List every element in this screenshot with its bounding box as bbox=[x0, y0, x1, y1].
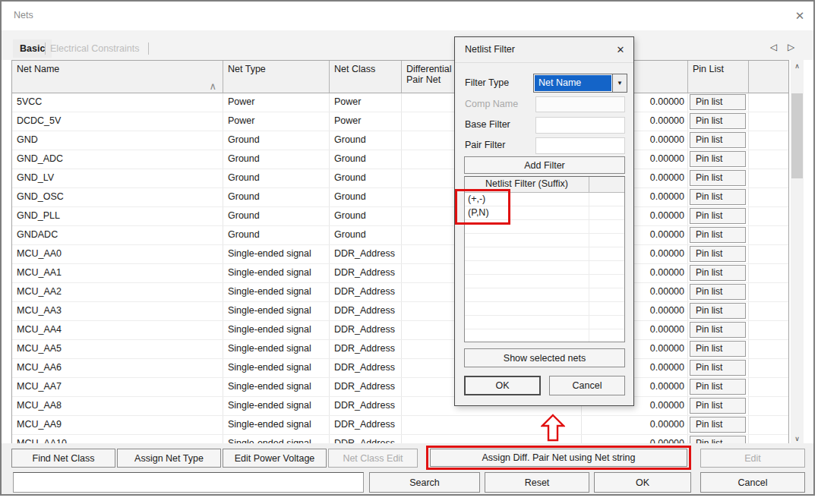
table-row[interactable]: GND_PLLGroundGround0.00000Pin list bbox=[12, 207, 788, 226]
pin-list-cell: Pin list bbox=[688, 321, 749, 339]
table-row[interactable]: MCU_AA4Single-ended signalDDR_Address0.0… bbox=[12, 321, 788, 340]
pin-list-button[interactable]: Pin list bbox=[690, 417, 746, 433]
dialog-title: Netlist Filter bbox=[465, 44, 515, 55]
tab-scroll-right-icon[interactable]: ▷ bbox=[788, 42, 794, 52]
filter-list-item-filler bbox=[589, 275, 624, 288]
pin-list-button[interactable]: Pin list bbox=[690, 360, 746, 376]
column-header-net-class[interactable]: Net Class bbox=[330, 61, 402, 93]
table-row[interactable]: MCU_AA1Single-ended signalDDR_Address0.0… bbox=[12, 264, 788, 283]
pin-list-button[interactable]: Pin list bbox=[690, 94, 746, 110]
pin-list-button[interactable]: Pin list bbox=[690, 322, 746, 338]
filter-list-item[interactable] bbox=[465, 329, 624, 342]
pin-list-button[interactable]: Pin list bbox=[690, 189, 746, 205]
table-row[interactable]: MCU_AA6Single-ended signalDDR_Address0.0… bbox=[12, 359, 788, 378]
column-header-pin-list[interactable]: Pin List bbox=[688, 61, 749, 93]
net-type-cell: Single-ended signal bbox=[223, 397, 330, 415]
filter-list-item[interactable] bbox=[465, 302, 624, 316]
filter-type-dropdown[interactable]: Net Name ▼ bbox=[533, 74, 627, 93]
nets-window: Nets ✕ Basic Electrical Constraints ◁ ▷ … bbox=[0, 0, 815, 496]
pin-list-button[interactable]: Pin list bbox=[690, 151, 746, 167]
pin-list-button[interactable]: Pin list bbox=[690, 284, 746, 300]
pin-list-button[interactable]: Pin list bbox=[690, 208, 746, 224]
dialog-ok-button[interactable]: OK bbox=[464, 376, 541, 395]
table-row[interactable]: GND_ADCGroundGround0.00000Pin list bbox=[12, 150, 788, 169]
filler-cell bbox=[749, 131, 788, 150]
chevron-down-icon[interactable]: ▼ bbox=[612, 74, 627, 92]
filter-list-item[interactable] bbox=[465, 261, 624, 275]
pin-list-button[interactable]: Pin list bbox=[690, 170, 746, 186]
net-name-cell: MCU_AA7 bbox=[12, 378, 223, 396]
close-icon[interactable]: ✕ bbox=[791, 7, 809, 25]
net-name-cell: MCU_AA2 bbox=[12, 283, 223, 301]
cancel-button[interactable]: Cancel bbox=[700, 472, 805, 493]
filter-list-item[interactable] bbox=[465, 316, 624, 329]
search-button[interactable]: Search bbox=[369, 472, 480, 493]
column-header-net-type[interactable]: Net Type bbox=[223, 61, 330, 93]
table-row[interactable]: GND_OSCGroundGround0.00000Pin list bbox=[12, 188, 788, 207]
tab-electrical-constraints[interactable]: Electrical Constraints bbox=[50, 43, 139, 54]
pair-filter-field[interactable] bbox=[535, 137, 625, 154]
pin-list-cell: Pin list bbox=[688, 169, 749, 187]
pin-list-button[interactable]: Pin list bbox=[690, 227, 746, 243]
assign-net-type-button[interactable]: Assign Net Type bbox=[117, 449, 221, 468]
sort-ascending-icon[interactable]: ∧ bbox=[209, 80, 216, 92]
vertical-scrollbar[interactable]: ∧ ∨ bbox=[791, 60, 804, 446]
net-class-cell: DDR_Address bbox=[330, 416, 402, 434]
tab-scroll-left-icon[interactable]: ◁ bbox=[770, 42, 777, 52]
pin-list-button[interactable]: Pin list bbox=[690, 113, 746, 129]
dialog-close-icon[interactable]: ✕ bbox=[612, 42, 629, 58]
net-name-cell: MCU_AA4 bbox=[12, 321, 223, 339]
net-type-cell: Single-ended signal bbox=[223, 264, 330, 282]
add-filter-button[interactable]: Add Filter bbox=[464, 156, 625, 174]
filler-cell bbox=[749, 112, 788, 131]
net-name-cell: MCU_AA5 bbox=[12, 340, 223, 358]
ok-button[interactable]: OK bbox=[594, 472, 691, 493]
table-row[interactable]: MCU_AA9Single-ended signalDDR_Address0.0… bbox=[12, 416, 788, 435]
net-type-cell: Single-ended signal bbox=[223, 245, 330, 263]
table-row[interactable]: MCU_AA7Single-ended signalDDR_Address0.0… bbox=[12, 378, 788, 397]
net-search-input[interactable] bbox=[13, 472, 364, 493]
table-row[interactable]: MCU_AA2Single-ended signalDDR_Address0.0… bbox=[12, 283, 788, 302]
column-header-net-name[interactable]: Net Name ∧ bbox=[12, 61, 223, 93]
net-name-cell: GNDADC bbox=[12, 226, 223, 244]
pin-list-button[interactable]: Pin list bbox=[690, 246, 746, 262]
table-row[interactable]: GNDADCGroundGround0.00000Pin list bbox=[12, 226, 788, 245]
scroll-up-icon[interactable]: ∧ bbox=[791, 60, 804, 73]
filler-cell bbox=[749, 340, 788, 358]
show-selected-nets-button[interactable]: Show selected nets bbox=[464, 348, 625, 367]
find-net-class-button[interactable]: Find Net Class bbox=[11, 449, 115, 468]
table-row[interactable]: GNDGroundGround0.00000Pin list bbox=[12, 131, 788, 150]
filter-list-item[interactable] bbox=[465, 247, 624, 261]
comp-name-label: Comp Name bbox=[465, 99, 518, 109]
pin-list-button[interactable]: Pin list bbox=[690, 265, 746, 281]
pin-list-cell: Pin list bbox=[688, 131, 749, 150]
base-filter-field[interactable] bbox=[535, 117, 625, 134]
filter-list-item[interactable] bbox=[465, 275, 624, 288]
pin-list-button[interactable]: Pin list bbox=[690, 379, 746, 395]
table-row[interactable]: DCDC_5VPowerPower0.00000Pin list bbox=[12, 112, 788, 131]
net-type-cell: Ground bbox=[223, 207, 330, 225]
filter-list-item[interactable] bbox=[465, 234, 624, 247]
table-row[interactable]: MCU_AA3Single-ended signalDDR_Address0.0… bbox=[12, 302, 788, 321]
table-body: 5VCCPowerPower0.00000Pin listDCDC_5VPowe… bbox=[12, 93, 788, 446]
filter-list-item[interactable] bbox=[465, 288, 624, 302]
table-row[interactable]: MCU_AA5Single-ended signalDDR_Address0.0… bbox=[12, 340, 788, 359]
table-row[interactable]: MCU_AA8Single-ended signalDDR_Address0.0… bbox=[12, 397, 788, 416]
pin-list-button[interactable]: Pin list bbox=[690, 303, 746, 319]
filter-suffix-label bbox=[465, 302, 589, 315]
scrollbar-thumb[interactable] bbox=[791, 93, 803, 178]
reset-button[interactable]: Reset bbox=[485, 472, 589, 493]
edit-power-voltage-button[interactable]: Edit Power Voltage bbox=[223, 449, 327, 468]
pin-list-button[interactable]: Pin list bbox=[690, 398, 746, 414]
table-row[interactable]: GND_LVGroundGround0.00000Pin list bbox=[12, 169, 788, 188]
net-name-cell: MCU_AA1 bbox=[12, 264, 223, 282]
table-row[interactable]: 5VCCPowerPower0.00000Pin list bbox=[12, 93, 788, 112]
column-header-label: Net Type bbox=[228, 64, 266, 74]
pin-list-button[interactable]: Pin list bbox=[690, 132, 746, 148]
net-name-cell: GND_PLL bbox=[12, 207, 223, 225]
dialog-cancel-button[interactable]: Cancel bbox=[549, 376, 625, 395]
tab-basic[interactable]: Basic bbox=[13, 39, 52, 58]
pin-list-button[interactable]: Pin list bbox=[690, 341, 746, 357]
table-row[interactable]: MCU_AA0Single-ended signalDDR_Address0.0… bbox=[12, 245, 788, 264]
column-header-label: Pin List bbox=[693, 64, 724, 74]
